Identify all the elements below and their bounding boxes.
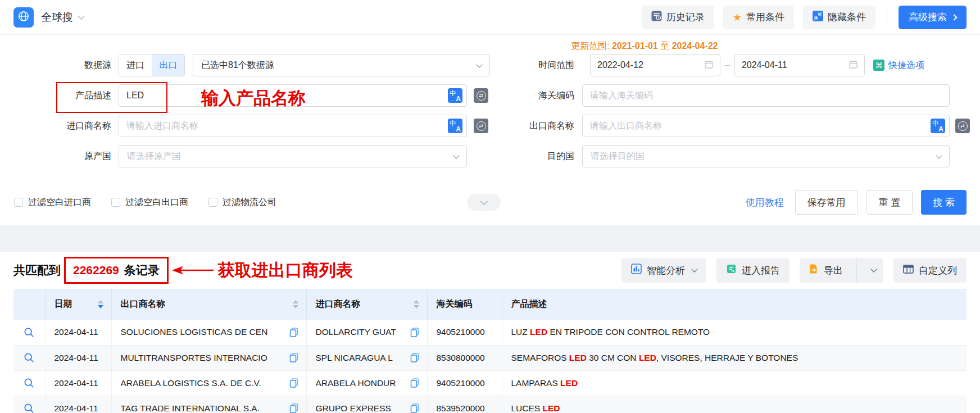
cell-exporter: TAG TRADE INTERNATIONAL S.A. [111, 396, 306, 413]
table-row[interactable]: 2024-04-11MULTITRANSPORTES INTERNACIOSPL… [13, 345, 967, 370]
table-body: 2024-04-11SOLUCIONES LOGISTICAS DE CENDO… [13, 320, 967, 413]
search-button[interactable]: 搜 索 [921, 190, 967, 215]
smart-analysis-button[interactable]: 智能分析 [621, 258, 706, 283]
hs-code-input[interactable] [582, 84, 950, 107]
annotation-arrow-icon [171, 265, 214, 275]
app-switch-chevron-icon[interactable] [78, 12, 85, 20]
export-button-group: 导出 [800, 258, 883, 283]
cell-importer: GRUPO EXPRESS [306, 396, 427, 413]
toolbar-divider [887, 10, 887, 25]
filter-logistics[interactable]: 过滤物流公司 [208, 197, 276, 208]
synonym-search-icon[interactable]: ⇄ [955, 119, 970, 133]
search-form: 更新范围: 2021-01-01 至 2024-04-22 数据源 进口 出口 … [0, 35, 980, 215]
cell-importer: ARABELA HONDUR [306, 370, 427, 396]
section-divider [0, 225, 980, 252]
translate-icon[interactable]: 中 A [448, 88, 462, 103]
copy-icon[interactable] [410, 403, 419, 413]
copy-icon[interactable] [289, 378, 298, 388]
header-product-desc: 产品描述 [502, 289, 967, 320]
sort-icons[interactable] [293, 300, 298, 308]
top-bar: 全球搜 历史记录 ★ 常用条件 隐藏条件 高级搜索 [0, 0, 980, 35]
header-hs-code: 海关编码 [427, 289, 502, 320]
export-options-button[interactable] [862, 258, 883, 283]
product-desc-input[interactable] [119, 84, 467, 107]
chevron-down-icon [453, 152, 459, 158]
product-desc-label: 产品描述 [0, 90, 119, 102]
update-range-to: 2024-04-22 [672, 41, 718, 51]
update-range-label: 更新范围: [571, 41, 609, 51]
enter-report-button[interactable]: 进入报告 [716, 258, 790, 283]
translate-icon[interactable]: 中 A [931, 119, 945, 133]
cell-date: 2024-04-11 [45, 396, 111, 413]
filter-label: 过滤物流公司 [223, 197, 276, 208]
checkbox[interactable] [111, 198, 120, 207]
calendar-icon [849, 60, 858, 71]
advanced-search-button[interactable]: 高级搜索 [899, 6, 967, 29]
filter-row: 过滤空白进口商 过滤空白出口商 过滤物流公司 使用教程 保存常用 重 置 搜 索 [0, 190, 980, 215]
view-detail-icon[interactable] [24, 378, 34, 388]
highlight-term: LED [530, 327, 547, 337]
record-count: 2262269 [73, 264, 119, 277]
favorites-button[interactable]: ★ 常用条件 [723, 6, 794, 29]
highlight-term: LED [543, 403, 560, 413]
sort-icons[interactable] [414, 300, 419, 308]
quick-options-link[interactable]: ⌘ 快捷选项 [873, 60, 924, 71]
custom-columns-button[interactable]: 自定义列 [893, 258, 967, 283]
table-row[interactable]: 2024-04-11SOLUCIONES LOGISTICAS DE CENDO… [13, 320, 967, 345]
view-detail-icon[interactable] [24, 352, 34, 363]
origin-country-placeholder: 请选择原产国 [127, 151, 181, 162]
date-end-value: 2024-04-11 [742, 60, 787, 70]
filter-blank-exporter[interactable]: 过滤空白出口商 [111, 197, 188, 208]
date-start-picker[interactable]: 2022-04-12 [590, 54, 720, 76]
export-button[interactable]: 导出 [800, 258, 851, 283]
origin-country-label: 原产国 [0, 151, 119, 162]
view-detail-icon[interactable] [24, 327, 34, 338]
header-exporter[interactable]: 出口商名称 [111, 289, 306, 320]
reset-button[interactable]: 重 置 [866, 190, 913, 215]
history-icon [651, 11, 662, 24]
destination-country-select[interactable]: 请选择目的国 [582, 145, 950, 167]
copy-icon[interactable] [410, 378, 419, 388]
copy-icon[interactable] [289, 403, 298, 413]
select-column-header [13, 289, 45, 320]
import-toggle[interactable]: 进口 [119, 55, 152, 76]
copy-icon[interactable] [410, 353, 419, 362]
date-range-separator: – [725, 60, 730, 70]
importer-input[interactable] [119, 115, 467, 137]
cell-product-desc: SEMAFOROS LED 30 CM CON LED, VISORES, HE… [502, 345, 967, 370]
date-end-picker[interactable]: 2024-04-11 [734, 54, 865, 76]
table-row[interactable]: 2024-04-11TAG TRADE INTERNATIONAL S.A.GR… [13, 396, 967, 413]
header-date[interactable]: 日期 [45, 289, 111, 320]
table-row[interactable]: 2024-04-11ARABELA LOGISTICS S.A. DE C.V.… [13, 370, 967, 396]
filter-label: 过滤空白进口商 [28, 197, 91, 208]
data-source-select[interactable]: 已选中81个数据源 [193, 54, 490, 76]
checkbox[interactable] [14, 198, 23, 207]
exporter-input[interactable] [582, 115, 950, 137]
sort-icons[interactable] [98, 300, 103, 308]
copy-icon[interactable] [289, 353, 298, 362]
update-range-from: 2021-01-01 [612, 41, 658, 51]
save-common-button[interactable]: 保存常用 [795, 190, 858, 215]
view-detail-icon[interactable] [24, 403, 34, 413]
synonym-search-icon[interactable]: ⇄ [474, 88, 488, 103]
header-importer[interactable]: 进口商名称 [306, 289, 427, 320]
history-button[interactable]: 历史记录 [642, 6, 714, 29]
collapse-form-button[interactable] [467, 194, 501, 211]
chevron-down-icon [936, 152, 942, 158]
synonym-search-icon[interactable]: ⇄ [474, 119, 488, 133]
origin-country-select[interactable]: 请选择原产国 [119, 145, 467, 167]
cell-hs-code: 9405210000 [427, 370, 502, 396]
data-source-toggle: 进口 出口 [119, 54, 185, 76]
filter-blank-importer[interactable]: 过滤空白进口商 [14, 197, 91, 208]
copy-icon[interactable] [289, 328, 298, 337]
summary-prefix: 共匹配到 [13, 262, 61, 278]
checkbox[interactable] [208, 198, 217, 207]
summary-suffix: 条记录 [124, 262, 160, 278]
copy-icon[interactable] [410, 328, 419, 337]
translate-icon[interactable]: 中 A [448, 119, 462, 133]
tutorial-link[interactable]: 使用教程 [746, 196, 784, 209]
hide-conditions-button[interactable]: 隐藏条件 [803, 6, 875, 29]
export-icon [808, 264, 819, 277]
global-search-page: 全球搜 历史记录 ★ 常用条件 隐藏条件 高级搜索 [0, 0, 980, 413]
export-toggle[interactable]: 出口 [152, 55, 184, 76]
